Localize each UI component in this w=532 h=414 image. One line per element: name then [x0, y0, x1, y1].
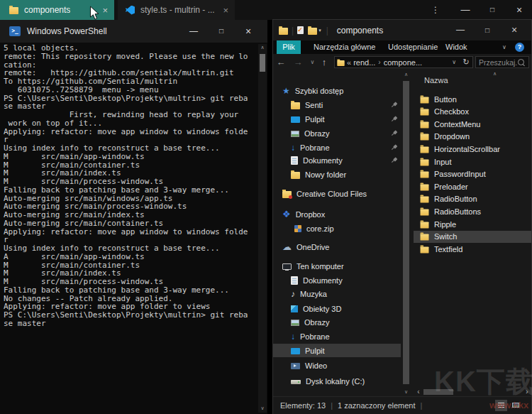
tab-vscode-style-ts[interactable]: style.ts - multrin - ... ×	[118, 0, 235, 20]
file-row-preloader[interactable]: Preloader	[414, 180, 531, 192]
navigation-pane: Szybki dostępSentiPulpitObrazyPobraneDok…	[273, 70, 401, 388]
search-box[interactable]	[475, 56, 529, 68]
sidebar-item-onedrive[interactable]: OneDrive	[273, 240, 401, 254]
sidebar-item-pulpit[interactable]: Pulpit	[273, 112, 401, 126]
sidebar-item-obrazy[interactable]: Obrazy	[273, 126, 401, 140]
file-row-radiobuttons[interactable]: RadioButtons	[414, 205, 531, 217]
file-row-textfield[interactable]: Textfield	[414, 243, 531, 255]
ribbon-tab-home[interactable]: Narzędzia główne	[314, 40, 375, 54]
close-button[interactable]: ×	[238, 20, 258, 43]
breadcrumb-item[interactable]: compone...	[384, 58, 422, 67]
help-icon[interactable]: ?	[515, 43, 524, 52]
zip-icon	[294, 225, 301, 232]
file-row-passwordinput[interactable]: PasswordInput	[414, 168, 531, 180]
sidebar-item-pobrane[interactable]: Pobrane	[273, 141, 401, 154]
breadcrumb-overflow-icon[interactable]: «	[347, 58, 351, 67]
new-folder-icon[interactable]	[308, 28, 317, 35]
powershell-title-bar[interactable]: >_ Windows PowerShell — □ ×	[0, 20, 267, 43]
close-button[interactable]: ×	[509, 0, 530, 20]
terminal-output[interactable]: 5 local objects.remote: This repository …	[0, 43, 257, 414]
folder-icon	[421, 121, 429, 128]
ribbon-expand-icon[interactable]: ∨	[499, 40, 510, 54]
chevron-down-icon[interactable]: ∨	[452, 59, 456, 65]
sidebar-item-senti[interactable]: Senti	[273, 98, 401, 111]
minimize-button[interactable]: —	[450, 20, 470, 40]
file-row-ripple[interactable]: Ripple	[414, 218, 531, 230]
close-tab-icon[interactable]: ×	[102, 5, 108, 16]
video-icon	[291, 363, 300, 369]
sidebar-item-obiekty-3d[interactable]: Obiekty 3D	[273, 302, 401, 315]
sidebar-item-wideo[interactable]: Wideo	[273, 359, 401, 372]
sidebar-item-szybki-dost-p[interactable]: Szybki dostęp	[273, 84, 401, 97]
terminal-line: Falling back to patching base and 3-way …	[4, 286, 257, 295]
maximize-button[interactable]: □	[477, 20, 497, 40]
navigation-scrollbar[interactable]: ∧	[401, 70, 411, 388]
search-icon[interactable]	[518, 59, 524, 65]
terminal-line: Auto-merging src/main/container.ts	[4, 219, 257, 228]
maximize-button[interactable]: □	[211, 20, 231, 43]
forward-icon[interactable]: →	[292, 54, 304, 70]
sidebar-item-dokumenty[interactable]: Dokumenty	[273, 153, 401, 167]
explorer-title-bar[interactable]: | ▾ | components — □ ×	[273, 20, 531, 40]
file-row-dropdown[interactable]: Dropdown	[414, 131, 531, 143]
picture-icon	[291, 131, 299, 137]
qat-chevron-down-icon[interactable]: ▾	[318, 28, 321, 33]
sidebar-item-dropbox[interactable]: Dropbox	[273, 207, 401, 221]
maximize-button[interactable]: □	[482, 0, 503, 20]
refresh-icon[interactable]: ↻	[460, 56, 473, 68]
properties-check-icon[interactable]	[297, 26, 304, 34]
file-row-checkbox[interactable]: Checkbox	[414, 106, 531, 118]
sidebar-item-creative-cloud-files[interactable]: Creative Cloud Files	[273, 187, 401, 200]
powershell-icon: >_	[9, 26, 21, 36]
pc-icon	[282, 263, 292, 270]
file-row-input[interactable]: Input	[414, 156, 531, 168]
scroll-up-icon[interactable]: ∧	[401, 72, 411, 77]
document-icon	[291, 156, 298, 165]
back-icon[interactable]: ←	[275, 54, 287, 70]
scroll-left-icon[interactable]: ‹	[414, 388, 423, 396]
breadcrumb[interactable]: « rend... › compone... ∨	[334, 56, 460, 68]
sidebar-item-pobrane[interactable]: Pobrane	[273, 329, 401, 343]
sidebar-item-dokumenty[interactable]: Dokumenty	[273, 273, 401, 287]
sidebar-item-label: Ten komputer	[297, 262, 344, 271]
search-input[interactable]	[476, 58, 518, 67]
up-icon[interactable]: ↑	[318, 54, 330, 70]
sort-ascending-icon: ∧	[493, 71, 497, 77]
file-row-radiobutton[interactable]: RadioButton	[414, 193, 531, 205]
scroll-up-icon[interactable]: ∧	[258, 45, 267, 50]
multrin-tab-bar: components × style.ts - multrin - ... × …	[0, 0, 532, 20]
sidebar-item-obrazy[interactable]: Obrazy	[273, 315, 401, 329]
scroll-down-icon[interactable]: ∨	[258, 405, 267, 411]
minimize-button[interactable]: —	[184, 20, 204, 43]
file-row-contextmenu[interactable]: ContextMenu	[414, 118, 531, 130]
column-header-name[interactable]: Nazwa	[424, 76, 448, 85]
menu-dots-icon[interactable]: ⋮	[425, 0, 446, 20]
powershell-window: >_ Windows PowerShell — □ × 5 local obje…	[0, 20, 267, 414]
terminal-scrollbar[interactable]: ∧ ∨	[258, 44, 267, 413]
file-row-switch[interactable]: Switch	[414, 231, 531, 243]
folder-icon	[337, 60, 344, 66]
sidebar-item-label: OneDrive	[297, 243, 329, 251]
sidebar-item-pulpit[interactable]: Pulpit	[273, 344, 401, 357]
sidebar-item-muzyka[interactable]: Muzyka	[273, 287, 401, 300]
drive-icon	[291, 380, 301, 384]
file-row-button[interactable]: Button	[414, 93, 531, 105]
sidebar-item-nowy-folder[interactable]: Nowy folder	[273, 168, 401, 181]
close-button[interactable]: ×	[504, 20, 524, 40]
minimize-button[interactable]: —	[455, 0, 476, 20]
sidebar-item-ten-komputer[interactable]: Ten komputer	[273, 259, 401, 273]
ribbon-tab-file[interactable]: Plik	[277, 40, 301, 54]
scrollbar-thumb[interactable]	[403, 81, 409, 384]
picture-icon	[291, 320, 299, 326]
file-row-horizontalscrollbar[interactable]: HorizontalScrollbar	[414, 143, 531, 155]
breadcrumb-item[interactable]: rend...	[353, 58, 375, 67]
scrollbar-thumb[interactable]	[260, 54, 265, 72]
close-tab-icon[interactable]: ×	[223, 5, 228, 16]
recent-locations-icon[interactable]: ∨	[308, 54, 317, 70]
ribbon-tab-share[interactable]: Udostępnianie	[388, 40, 438, 54]
scroll-down-icon[interactable]: ∨	[401, 388, 411, 396]
sidebar-item-label: Obiekty 3D	[303, 305, 341, 313]
sidebar-item-core-zip[interactable]: core.zip	[273, 222, 401, 235]
ribbon-tab-view[interactable]: Widok	[445, 40, 467, 54]
terminal-line: Applying: refactor: move app window to w…	[4, 128, 257, 136]
